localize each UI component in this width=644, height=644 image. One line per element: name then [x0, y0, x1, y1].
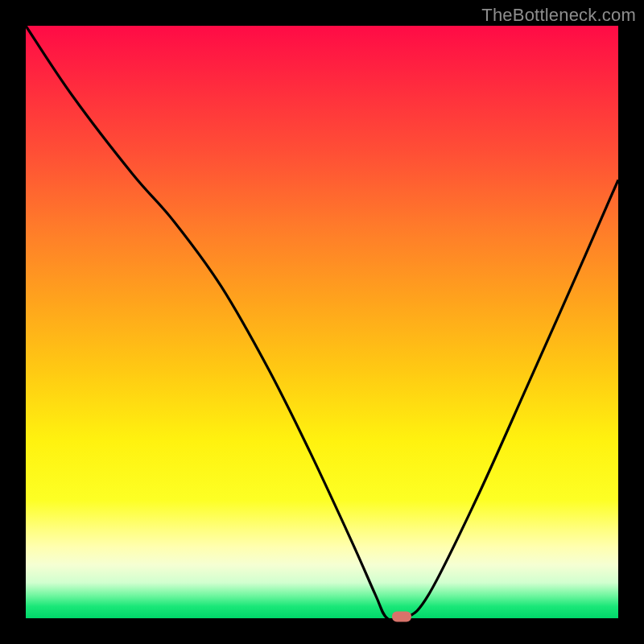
- minimum-marker: [392, 612, 411, 622]
- curve-svg: [26, 26, 618, 618]
- watermark-text: TheBottleneck.com: [481, 5, 636, 26]
- chart-frame: TheBottleneck.com: [0, 0, 644, 644]
- bottleneck-curve-path: [26, 26, 618, 618]
- plot-area: [26, 26, 618, 618]
